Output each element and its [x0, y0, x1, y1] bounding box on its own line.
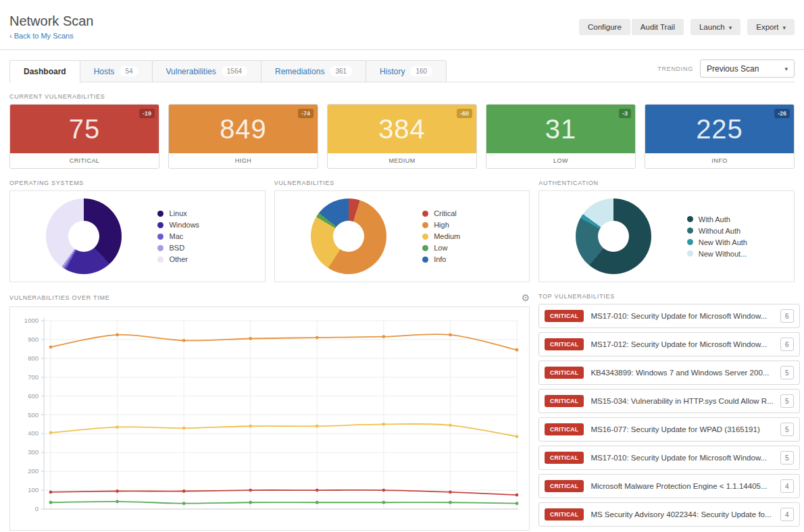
legend-item: Mac	[157, 231, 259, 242]
back-link-label: Back to My Scans	[14, 32, 74, 40]
back-to-my-scans-link[interactable]: ‹Back to My Scans	[9, 32, 74, 40]
severity-card-medium[interactable]: 384-60MEDIUM	[327, 104, 477, 169]
trending-caret-icon: ▾	[784, 65, 788, 72]
legend-label: High	[434, 221, 449, 229]
severity-count: 31	[545, 114, 577, 144]
vulnerability-row[interactable]: CRITICALMS Security Advisory 4022344: Se…	[538, 502, 800, 527]
legend-dot-icon	[687, 216, 693, 222]
launch-button[interactable]: Launch▾	[690, 19, 740, 35]
vulnerability-row[interactable]: CRITICALMS16-077: Security Update for WP…	[538, 417, 800, 442]
export-button-label: Export	[756, 23, 778, 31]
legend-item: Medium	[422, 231, 524, 242]
vulnerability-row[interactable]: CRITICALKB4343899: Windows 7 and Windows…	[538, 361, 800, 385]
legend-label: New With Auth	[699, 238, 747, 246]
vulnerability-title: Microsoft Malware Protection Engine < 1.…	[591, 482, 773, 490]
donut-section-vulnerabilities: VULNERABILITIESCriticalHighMediumLowInfo	[274, 169, 530, 282]
severity-card-high[interactable]: 849-74HIGH	[168, 104, 318, 169]
tab-vulnerabilities[interactable]: Vulnerabilities1564	[152, 60, 262, 82]
svg-text:200: 200	[28, 467, 39, 475]
host-count-badge: 5	[780, 423, 794, 436]
legend-label: Linux	[169, 209, 186, 217]
tab-dashboard[interactable]: Dashboard	[9, 60, 80, 82]
vulnerability-row[interactable]: CRITICALMS15-034: Vulnerability in HTTP.…	[538, 389, 800, 413]
trending-label: TRENDING	[657, 65, 693, 72]
host-count-badge: 5	[780, 366, 794, 379]
tab-hosts[interactable]: Hosts54	[80, 60, 153, 82]
legend-item: Low	[422, 242, 524, 254]
severity-card-info[interactable]: 225-26INFO	[645, 104, 795, 169]
severity-card-top: 31-3	[486, 105, 635, 153]
tab-remediations[interactable]: Remediations361	[261, 60, 366, 82]
top-vulnerabilities-label: TOP VULNERABILITIES	[538, 293, 615, 300]
tab-count-badge: 54	[120, 66, 138, 76]
severity-count: 384	[378, 114, 426, 144]
legend-dot-icon	[157, 211, 164, 217]
configure-button[interactable]: Configure	[579, 19, 630, 35]
operating-systems-panel: LinuxWindowsMacBSDOther	[9, 190, 266, 282]
vulnerabilities-over-time-label: VULNERABILITIES OVER TIME	[9, 294, 109, 301]
severity-card-top: 225-26	[645, 105, 794, 153]
tab-label: Remediations	[275, 67, 324, 76]
export-button[interactable]: Export▾	[747, 19, 795, 35]
vulnerability-row[interactable]: CRITICALMS17-010: Security Update for Mi…	[538, 446, 800, 470]
severity-delta-badge: -3	[619, 109, 631, 118]
severity-badge: CRITICAL	[545, 508, 584, 521]
legend-dot-icon	[422, 234, 428, 240]
svg-text:800: 800	[28, 354, 39, 362]
tab-count-badge: 361	[330, 66, 352, 76]
severity-card-critical[interactable]: 75-19CRITICAL	[9, 104, 159, 169]
svg-text:500: 500	[28, 411, 39, 419]
donut-charts-row: OPERATING SYSTEMSLinuxWindowsMacBSDOther…	[9, 169, 795, 282]
severity-badge: CRITICAL	[545, 338, 584, 350]
donut-section-operating-systems: OPERATING SYSTEMSLinuxWindowsMacBSDOther	[9, 169, 266, 282]
legend-label: Other	[169, 255, 188, 263]
svg-text:900: 900	[28, 336, 39, 343]
legend-dot-icon	[157, 222, 164, 228]
legend-dot-icon	[422, 211, 428, 217]
severity-badge: CRITICAL	[545, 452, 584, 464]
tab-label: Dashboard	[24, 67, 66, 76]
over-time-column: VULNERABILITIES OVER TIME ⚙︎ 01002003004…	[9, 284, 530, 531]
trending-selected-value: Previous Scan	[707, 64, 759, 74]
severity-card-label: MEDIUM	[328, 153, 476, 168]
vulnerability-row[interactable]: CRITICALMS17-010: Security Update for Mi…	[538, 304, 800, 328]
svg-text:400: 400	[28, 429, 39, 437]
legend-dot-icon	[422, 257, 428, 263]
legend-label: Windows	[169, 221, 199, 229]
tab-history[interactable]: History160	[366, 60, 447, 82]
operating-systems-donut-chart	[46, 198, 122, 274]
vulnerability-row[interactable]: CRITICALMS17-012: Security Update for Mi…	[538, 332, 800, 356]
legend-item: Windows	[157, 219, 259, 231]
line-chart-svg: 01002003004005006007008009001000	[10, 307, 529, 530]
tabs-row: DashboardHosts54Vulnerabilities1564Remed…	[9, 59, 795, 82]
legend-label: BSD	[169, 244, 184, 252]
severity-card-top: 75-19	[10, 105, 159, 153]
vulnerability-row[interactable]: CRITICALMicrosoft Malware Protection Eng…	[538, 474, 800, 498]
severity-card-top: 384-60	[328, 105, 476, 153]
vulnerability-title: MS17-010: Security Update for Microsoft …	[591, 312, 773, 320]
vulnerabilities-legend: CriticalHighMediumLowInfo	[422, 208, 529, 265]
legend-label: Critical	[434, 209, 457, 217]
severity-badge: CRITICAL	[545, 480, 584, 492]
trending-select[interactable]: Previous Scan ▾	[700, 59, 795, 78]
chart-settings-gear-icon[interactable]: ⚙︎	[521, 293, 530, 302]
legend-item: With Auth	[687, 213, 788, 225]
donut-section-authentication: AUTHENTICATIONWith AuthWithout AuthNew W…	[538, 169, 795, 282]
operating-systems-label: OPERATING SYSTEMS	[9, 180, 266, 186]
series-line-critical	[51, 490, 517, 495]
authentication-label: AUTHENTICATION	[538, 180, 795, 186]
legend-dot-icon	[157, 234, 164, 240]
audit-trail-button[interactable]: Audit Trail	[632, 19, 684, 35]
severity-delta-badge: -26	[774, 109, 790, 118]
severity-card-low[interactable]: 31-3LOW	[486, 104, 636, 169]
vulnerability-title: MS Security Advisory 4022344: Security U…	[591, 510, 773, 518]
svg-text:700: 700	[28, 373, 39, 381]
legend-dot-icon	[422, 245, 428, 251]
severity-badge: CRITICAL	[545, 310, 584, 322]
legend-dot-icon	[157, 245, 164, 251]
host-count-badge: 5	[780, 451, 794, 464]
tab-label: Hosts	[94, 67, 115, 76]
legend-item: BSD	[157, 242, 259, 254]
authentication-donut-chart	[576, 198, 651, 274]
svg-text:300: 300	[28, 448, 39, 456]
